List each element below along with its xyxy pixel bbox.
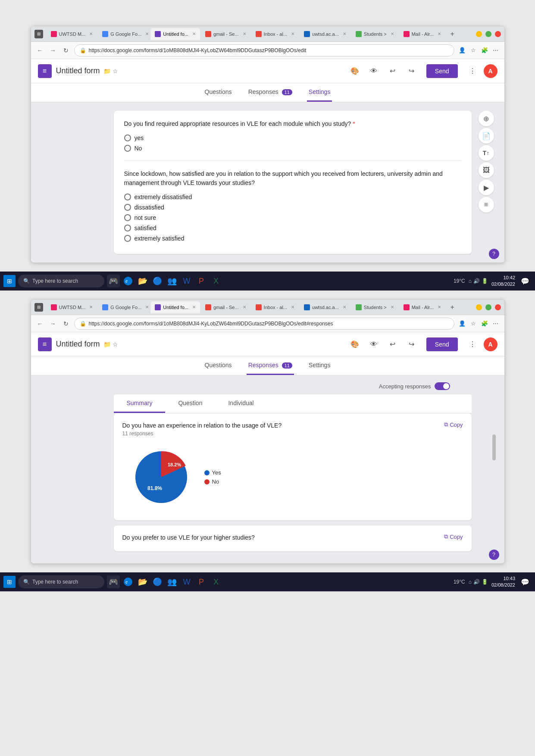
send-button[interactable]: Send [426,64,458,78]
taskbar-app-excel[interactable]: X [210,275,222,287]
tab2-untitled-form[interactable]: Untitled fo... ✕ [150,301,200,313]
add-section-btn[interactable]: ≡ [479,197,494,212]
tab-close-icon[interactable]: ✕ [243,305,246,309]
star-icon-2[interactable]: ☆ [113,341,118,348]
tab2-inbox[interactable]: Inbox - al... ✕ [251,301,299,313]
redo-icon[interactable]: ↪ [404,63,419,79]
extensions-icon-2[interactable]: 🧩 [480,319,489,328]
customize-icon-2[interactable]: 🎨 [347,337,363,352]
tab-uwtsd-ac[interactable]: uwtsd.ac.a... ✕ [300,28,350,40]
tab-close-icon[interactable]: ✕ [291,305,294,309]
tab2-settings[interactable]: Settings [307,356,332,375]
tab-settings[interactable]: Settings [307,83,332,102]
tab-close-icon[interactable]: ✕ [438,305,441,309]
resp-tab-individual[interactable]: Individual [215,394,266,413]
taskbar-app2-edge[interactable]: e [122,575,135,588]
maximize-button-2[interactable] [485,304,491,310]
customize-icon[interactable]: 🎨 [347,63,363,79]
taskbar-app2-1[interactable]: 🎮 [107,575,120,588]
maximize-button[interactable] [485,31,491,37]
back-button[interactable]: ← [35,46,45,55]
taskbar-app2-4[interactable]: 🔵 [151,575,164,588]
tab2-uwtsd-ac[interactable]: uwtsd.ac.a... ✕ [300,301,350,313]
profile-icon-2[interactable]: 👤 [458,319,466,328]
tab-gmail[interactable]: gmail - Se... ✕ [201,28,250,40]
tab-close-icon[interactable]: ✕ [343,31,346,36]
add-image-btn[interactable]: 🖼 [479,162,494,178]
more-options-icon[interactable]: ⋮ [465,63,480,79]
tab-mail[interactable]: Mail - Alr... ✕ [399,28,445,40]
reload-button[interactable]: ↻ [61,46,71,55]
tab2-google-forms[interactable]: G Google Fo... ✕ [98,301,150,313]
more-icon-2[interactable]: ⋯ [491,319,500,328]
taskbar-app2-word[interactable]: W [180,575,193,588]
new-tab-button-2[interactable]: + [446,301,458,313]
taskbar-app-word[interactable]: W [180,275,193,287]
url-bar[interactable]: 🔒 https://docs.google.com/forms/d/1oMB80… [74,44,454,56]
user-avatar-2[interactable]: A [484,337,497,351]
url-bar-2[interactable]: 🔒 https://docs.google.com/forms/d/1oMB80… [74,318,454,330]
forward-button-2[interactable]: → [48,319,58,328]
tab-students[interactable]: Students > ✕ [351,28,398,40]
minimize-button-2[interactable] [476,304,482,310]
close-button[interactable] [495,31,501,37]
notification-icon[interactable]: 💬 [519,275,532,287]
profile-icon[interactable]: 👤 [458,46,466,55]
more-options-icon-2[interactable]: ⋮ [465,337,480,352]
tab-close-icon[interactable]: ✕ [243,31,246,36]
bookmark-icon-2[interactable]: ☆ [469,319,478,328]
resp-tab-summary[interactable]: Summary [114,394,166,413]
tab2-responses[interactable]: Responses 11 [247,356,294,375]
bookmark-icon[interactable]: ☆ [469,46,478,55]
radio-dissatisfied[interactable] [124,204,131,211]
radio-no[interactable] [124,145,131,152]
resp-tab-question[interactable]: Question [165,394,215,413]
extensions-icon[interactable]: 🧩 [480,46,489,55]
tab-close-icon[interactable]: ✕ [291,31,294,36]
reload-button-2[interactable]: ↻ [61,319,71,328]
tab2-questions[interactable]: Questions [203,356,234,375]
tab-close-icon[interactable]: ✕ [343,305,346,309]
tab-google-forms[interactable]: G Google Fo... ✕ [98,28,150,40]
radio-yes[interactable] [124,134,131,141]
taskbar-app-edge[interactable]: e [122,275,135,287]
tab-close-icon[interactable]: ✕ [145,305,149,309]
start-button[interactable]: ⊞ [3,275,16,287]
tab-close-icon[interactable]: ✕ [89,31,93,36]
preview-icon-2[interactable]: 👁 [366,337,382,352]
radio-not-sure[interactable] [124,214,131,221]
undo-icon[interactable]: ↩ [385,63,400,79]
tab-close-icon[interactable]: ✕ [391,305,394,309]
tab2-students[interactable]: Students > ✕ [351,301,398,313]
accepting-toggle[interactable] [435,382,450,390]
more-icon[interactable]: ⋯ [491,46,500,55]
taskbar-app2-3[interactable]: 📂 [136,575,149,588]
taskbar-search-2[interactable]: 🔍 Type here to search [18,575,104,588]
taskbar-app2-excel[interactable]: X [210,575,222,588]
taskbar-app-ppt[interactable]: P [195,275,208,287]
send-button-2[interactable]: Send [426,337,458,351]
radio-satisfied[interactable] [124,225,131,231]
forward-button[interactable]: → [48,46,58,55]
user-avatar[interactable]: A [484,64,497,78]
taskbar-app-3[interactable]: 📂 [136,275,149,287]
back-button-2[interactable]: ← [35,319,45,328]
taskbar-app2-teams[interactable]: 👥 [166,575,178,588]
close-button-2[interactable] [495,304,501,310]
tab-questions[interactable]: Questions [203,83,234,102]
tab-responses[interactable]: Responses 11 [247,83,294,102]
copy-button-2[interactable]: ⧉ Copy [444,533,463,540]
tab2-gmail[interactable]: gmail - Se... ✕ [201,301,250,313]
undo-icon-2[interactable]: ↩ [385,337,400,352]
taskbar-app2-ppt[interactable]: P [195,575,208,588]
copy-button-1[interactable]: ⧉ Copy [444,421,463,428]
help-button[interactable]: ? [489,249,499,259]
tab-close-icon[interactable]: ✕ [438,31,441,36]
folder-icon-2[interactable]: 📁 [103,341,111,348]
taskbar-app-1[interactable]: 🎮 [107,275,120,287]
tab-uwtsd[interactable]: UWTSD M... ✕ [47,28,97,40]
add-video-btn[interactable]: ▶ [479,180,494,195]
start-button-2[interactable]: ⊞ [3,576,16,588]
help-button-2[interactable]: ? [489,550,499,560]
radio-ext-satisfied[interactable] [124,235,131,242]
